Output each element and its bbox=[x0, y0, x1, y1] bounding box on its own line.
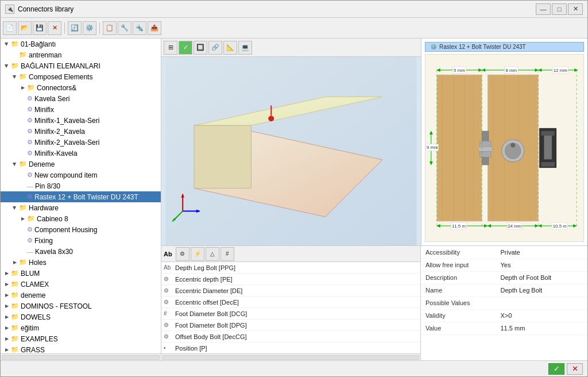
params-scrollbar-h[interactable] bbox=[161, 353, 420, 360]
vp-frame-button[interactable]: 🔲 bbox=[194, 41, 207, 55]
tree-icon-01-baglanti: 📁 bbox=[11, 40, 19, 48]
tree-item-kavela[interactable]: —Kavela 8x30 bbox=[1, 246, 161, 257]
vp-check-button[interactable]: ✓ bbox=[179, 41, 192, 55]
tree-item-baglanti[interactable]: ▶📁BAĞLANTI ELEMANLARI bbox=[1, 60, 161, 71]
tree-item-minifix[interactable]: ⚙Minifix bbox=[1, 104, 161, 115]
minimize-button[interactable]: — bbox=[536, 3, 551, 15]
clipboard-button[interactable]: 📋 bbox=[103, 21, 117, 35]
detail-value-1: Yes bbox=[496, 259, 588, 271]
toolbar-separator-2 bbox=[99, 22, 100, 34]
tree-item-deneme2[interactable]: ▶📁deneme bbox=[1, 290, 161, 301]
save-button[interactable]: 💾 bbox=[33, 21, 47, 35]
params-list[interactable]: Ab Depth Leg Bolt [PPG] ⚙ Eccentric dept… bbox=[161, 262, 420, 353]
tree-scroll[interactable]: ▶📁01-Bağlantı📁antrenman▶📁BAĞLANTI ELEMAN… bbox=[1, 39, 161, 353]
tool2-button[interactable]: 🔩 bbox=[133, 21, 146, 35]
params-lightning-button[interactable]: ⚡ bbox=[191, 247, 204, 261]
tree-arrow-composed[interactable]: ▶ bbox=[11, 73, 19, 81]
vp-measure-button[interactable]: 📐 bbox=[223, 41, 237, 55]
tree-item-minifix-2[interactable]: ⚙Minifix-2_Kavela bbox=[1, 126, 161, 137]
tree-item-grass[interactable]: ▶📁GRASS bbox=[1, 344, 161, 353]
tree-arrow-cabineo[interactable]: ▶ bbox=[19, 215, 27, 223]
tree-item-comp-housing[interactable]: ⚙Component Housing bbox=[1, 224, 161, 235]
tree-scrollbar-h[interactable] bbox=[1, 353, 161, 360]
refresh-button[interactable]: 🔄 bbox=[68, 21, 82, 35]
tree-arrow-grass[interactable]: ▶ bbox=[3, 346, 11, 354]
tree-label-kavela: Kavela 8x30 bbox=[35, 248, 73, 256]
tree-item-deneme[interactable]: ▶📁Deneme bbox=[1, 159, 161, 170]
params-triangle-button[interactable]: △ bbox=[206, 247, 219, 261]
param-row-5[interactable]: ⚙ Foot Diameter Bolt [DPG] bbox=[161, 320, 420, 331]
tree-icon-composed: 📁 bbox=[19, 73, 27, 80]
tree-item-hardware[interactable]: ▶📁Hardware bbox=[1, 202, 161, 213]
param-row-0[interactable]: Ab Depth Leg Bolt [PPG] bbox=[161, 262, 420, 274]
param-row-7[interactable]: • Position [P] bbox=[161, 343, 420, 353]
tree-item-kavela-seri[interactable]: ⚙Kavela Seri bbox=[1, 93, 161, 104]
param-row-6[interactable]: ⚙ Offset Body Bolt [DecCG] bbox=[161, 331, 420, 343]
tree-arrow-examples[interactable]: ▶ bbox=[3, 335, 11, 343]
tree-item-egitim[interactable]: ▶📁eğitim bbox=[1, 322, 161, 333]
tree-label-minifix-k: Minifix-Kavela bbox=[34, 149, 78, 157]
detail-table: Accessibility Private Allow free input Y… bbox=[421, 246, 587, 335]
tree-item-holes[interactable]: ▶📁Holes bbox=[1, 257, 161, 268]
tree-arrow-baglanti[interactable]: ▶ bbox=[3, 62, 11, 70]
tree-item-compound[interactable]: ⚙New compound item bbox=[1, 170, 161, 180]
new-button[interactable]: 📄 bbox=[3, 21, 17, 35]
tree-item-blum[interactable]: ▶📁BLUM bbox=[1, 268, 161, 279]
cancel-button[interactable]: ✕ bbox=[567, 363, 583, 375]
tree-item-pin[interactable]: —Pin 8/30 bbox=[1, 180, 161, 191]
params-hash-button[interactable]: # bbox=[220, 247, 234, 261]
maximize-button[interactable]: □ bbox=[552, 3, 567, 15]
param-row-2[interactable]: ⚙ Eccentric Diameter [DE] bbox=[161, 285, 420, 297]
params-settings-button[interactable]: ⚙ bbox=[176, 247, 189, 261]
tree-item-examples[interactable]: ▶📁EXAMPLES bbox=[1, 333, 161, 344]
svg-text:11.5 m: 11.5 m bbox=[452, 224, 466, 229]
param-row-4[interactable]: # Foot Diameter Bolt [DCG] bbox=[161, 308, 420, 320]
tree-arrow-clamex[interactable]: ▶ bbox=[3, 280, 11, 288]
tree-arrow-egitim[interactable]: ▶ bbox=[3, 324, 11, 332]
close-button[interactable]: ✕ bbox=[568, 3, 583, 15]
tree-item-composed[interactable]: ▶📁Composed Elements bbox=[1, 71, 161, 82]
tree-item-dominos[interactable]: ▶📁DOMINOS - FESTOOL bbox=[1, 301, 161, 311]
tree-arrow-connectors[interactable]: ▶ bbox=[19, 84, 27, 92]
tree-icon-grass: 📁 bbox=[11, 346, 19, 353]
tree-item-antrenman[interactable]: 📁antrenman bbox=[1, 49, 161, 60]
tree-label-01-baglanti: 01-Bağlantı bbox=[21, 40, 56, 48]
delete-button[interactable]: ✕ bbox=[48, 21, 61, 35]
3d-viewport[interactable] bbox=[161, 57, 421, 245]
tree-arrow-deneme2[interactable]: ▶ bbox=[3, 291, 11, 299]
tool1-button[interactable]: 🔧 bbox=[118, 21, 131, 35]
tree-item-minifix-1[interactable]: ⚙Minifix-1_Kavela-Seri bbox=[1, 115, 161, 126]
tree-arrow-deneme[interactable]: ▶ bbox=[11, 160, 19, 168]
vp-link-button[interactable]: 🔗 bbox=[208, 41, 222, 55]
tree-arrow-01-baglanti[interactable]: ▶ bbox=[3, 40, 11, 48]
tree-arrow-blum[interactable]: ▶ bbox=[3, 270, 11, 278]
export-button[interactable]: 📤 bbox=[148, 21, 161, 35]
settings-button[interactable]: ⚙️ bbox=[83, 21, 96, 35]
detail-panel: Accessibility Private Allow free input Y… bbox=[421, 246, 587, 360]
vp-grid-button[interactable]: ⊞ bbox=[164, 41, 177, 55]
tree-item-minifix-k[interactable]: ⚙Minifix-Kavela bbox=[1, 148, 161, 159]
tree-arrow-dowels[interactable]: ▶ bbox=[3, 313, 11, 321]
tree-item-01-baglanti[interactable]: ▶📁01-Bağlantı bbox=[1, 39, 161, 49]
ok-button[interactable]: ✓ bbox=[548, 363, 564, 375]
status-bar: ✓ ✕ bbox=[1, 360, 587, 376]
detail-value-5: X>0 bbox=[496, 309, 588, 322]
tree-label-pin: Pin 8/30 bbox=[35, 182, 60, 190]
tree-arrow-hardware[interactable]: ▶ bbox=[11, 204, 19, 212]
vp-computer-button[interactable]: 💻 bbox=[238, 41, 252, 55]
tree-item-connectors[interactable]: ▶📁Connectors& bbox=[1, 82, 161, 93]
param-row-3[interactable]: ⚙ Eccentric offset [DecE] bbox=[161, 297, 420, 308]
window-controls: — □ ✕ bbox=[536, 3, 583, 15]
tree-item-dowels[interactable]: ▶📁DOWELS bbox=[1, 311, 161, 322]
tree-item-minifix-2s[interactable]: ⚙Minifix-2_Kavela-Seri bbox=[1, 137, 161, 148]
tree-item-rastex[interactable]: ⚙Rastex 12 + Bolt Twister DU 243T bbox=[1, 191, 161, 202]
bottom-area: Ab ⚙ ⚡ △ # Ab Depth Leg Bolt [PPG] ⚙ Ecc… bbox=[161, 245, 587, 360]
viewport-toolbar: ⊞ ✓ 🔲 🔗 📐 💻 bbox=[161, 39, 421, 57]
tree-arrow-dominos[interactable]: ▶ bbox=[3, 302, 11, 310]
tree-item-clamex[interactable]: ▶📁CLAMEX bbox=[1, 279, 161, 290]
param-row-1[interactable]: ⚙ Eccentric depth [PE] bbox=[161, 274, 420, 285]
open-button[interactable]: 📂 bbox=[18, 21, 32, 35]
tree-item-fixing[interactable]: ⚙Fixing bbox=[1, 235, 161, 246]
tree-arrow-holes[interactable]: ▶ bbox=[11, 259, 19, 267]
tree-item-cabineo[interactable]: ▶📁Cabineo 8 bbox=[1, 213, 161, 224]
